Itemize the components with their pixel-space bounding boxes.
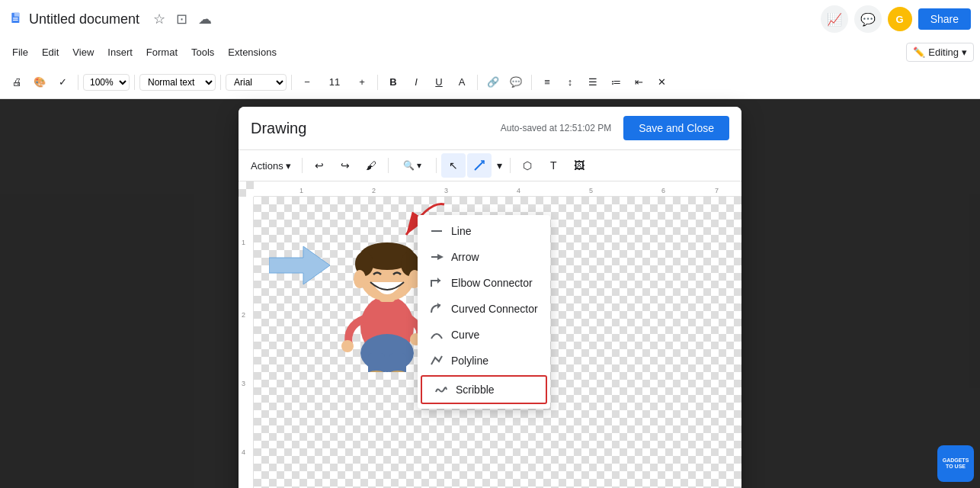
editing-mode-selector[interactable]: ✏️ Editing ▾: [906, 43, 974, 62]
svg-rect-1: [14, 13, 20, 17]
scribble-option[interactable]: Scribble: [422, 377, 546, 403]
history-icon[interactable]: 📈: [821, 5, 848, 33]
menu-insert[interactable]: Insert: [101, 43, 139, 61]
separator: [78, 75, 78, 90]
redo-btn[interactable]: ↪: [333, 153, 357, 178]
shape-tool-btn[interactable]: ⬡: [515, 153, 540, 178]
menu-tools[interactable]: Tools: [185, 43, 220, 61]
svg-rect-2: [13, 18, 18, 18]
save-close-button[interactable]: Save and Close: [623, 116, 729, 140]
modal-overlay: Drawing Auto-saved at 12:51:02 PM Save a…: [0, 99, 980, 488]
svg-marker-25: [437, 278, 440, 284]
italic-btn[interactable]: I: [405, 72, 427, 93]
arrow-option[interactable]: Arrow: [418, 244, 550, 270]
font-increase-btn[interactable]: +: [351, 72, 373, 93]
clear-formatting-btn[interactable]: ✕: [651, 72, 672, 93]
ruler-horizontal: 1 2 3 4 5 6 7: [254, 181, 741, 197]
actions-button[interactable]: Actions ▾: [245, 157, 297, 175]
curved-connector-option[interactable]: Curved Connector: [418, 296, 550, 322]
menu-bar: File Edit View Insert Format Tools Exten…: [0, 38, 980, 66]
curve-option[interactable]: Curve: [418, 322, 550, 348]
separator: [388, 158, 389, 173]
zoom-drawing-btn[interactable]: 🔍 ▾: [393, 153, 431, 178]
save-icon[interactable]: ⊡: [173, 9, 191, 29]
indent-decrease-btn[interactable]: ⇤: [628, 72, 649, 93]
underline-btn[interactable]: U: [428, 72, 450, 93]
menu-extensions[interactable]: Extensions: [222, 43, 283, 61]
star-icon[interactable]: ☆: [150, 9, 168, 29]
curve-label: Curve: [451, 329, 479, 341]
drawing-title: Drawing: [251, 120, 306, 137]
blue-arrow-shape: [269, 242, 330, 288]
separator: [531, 75, 532, 90]
line-dropdown-btn[interactable]: ▾: [493, 153, 505, 178]
line-dropdown-menu: Line Arrow: [418, 215, 550, 409]
curved-connector-icon: [430, 302, 444, 316]
comment-icon[interactable]: 💬: [854, 5, 882, 33]
line-option[interactable]: Line: [418, 218, 550, 244]
share-button[interactable]: Share: [918, 8, 971, 30]
print-btn[interactable]: 🖨: [6, 72, 27, 93]
document-title[interactable]: Untitled document: [29, 11, 139, 27]
watermark: GADGETSTO USE: [937, 445, 974, 482]
color-btn[interactable]: A: [451, 72, 472, 93]
menu-edit[interactable]: Edit: [36, 43, 65, 61]
polyline-label: Polyline: [451, 355, 488, 367]
menu-file[interactable]: File: [6, 43, 34, 61]
autosave-text: Auto-saved at 12:51:02 PM: [501, 123, 611, 133]
scribble-label: Scribble: [456, 384, 495, 396]
list-btn[interactable]: ☰: [582, 72, 604, 93]
numbered-list-btn[interactable]: ≔: [605, 72, 626, 93]
comment-toolbar-btn[interactable]: 💬: [505, 72, 527, 93]
svg-marker-24: [437, 254, 444, 260]
account-avatar[interactable]: G: [888, 7, 912, 31]
title-bar: Untitled document ☆ ⊡ ☁ 📈 💬 G Share: [0, 0, 980, 38]
style-selector[interactable]: Normal text: [139, 74, 216, 91]
drawing-dialog: Drawing Auto-saved at 12:51:02 PM Save a…: [239, 107, 741, 488]
drawing-canvas[interactable]: 1 2 3 4 5 6 7 1 2 3 4 5: [239, 181, 741, 488]
polyline-option[interactable]: Polyline: [418, 348, 550, 374]
actions-label: Actions ▾: [251, 160, 291, 172]
zoom-selector[interactable]: 100%: [83, 74, 130, 91]
svg-rect-3: [13, 20, 18, 21]
select-tool-btn[interactable]: ↖: [441, 153, 466, 178]
font-size-btn[interactable]: 11: [319, 72, 350, 93]
scribble-highlight-box: Scribble: [421, 375, 547, 404]
docs-icon: [9, 11, 24, 27]
line-spacing-btn[interactable]: ↕: [559, 72, 581, 93]
separator: [291, 75, 292, 90]
arrow-icon: [430, 250, 444, 264]
separator: [510, 158, 511, 173]
svg-marker-5: [269, 246, 330, 284]
menu-format[interactable]: Format: [140, 43, 184, 61]
arrow-label: Arrow: [451, 251, 479, 263]
main-toolbar: 🖨 🎨 ✓ 100% Normal text Arial − 11 + B I …: [0, 66, 980, 99]
separator: [220, 75, 221, 90]
spellcheck-btn[interactable]: ✓: [52, 72, 73, 93]
link-btn[interactable]: 🔗: [482, 72, 504, 93]
separator: [477, 75, 478, 90]
undo-btn[interactable]: ↩: [307, 153, 331, 178]
font-decrease-btn[interactable]: −: [296, 72, 318, 93]
separator: [302, 158, 303, 173]
align-left-btn[interactable]: ≡: [536, 72, 558, 93]
image-tool-btn[interactable]: 🖼: [567, 153, 591, 178]
elbow-connector-icon: [430, 276, 444, 290]
line-tool-btn[interactable]: [467, 153, 492, 178]
separator: [134, 75, 135, 90]
elbow-connector-option[interactable]: Elbow Connector: [418, 270, 550, 296]
cloud-icon[interactable]: ☁: [195, 9, 215, 29]
top-bars: Untitled document ☆ ⊡ ☁ 📈 💬 G Share File…: [0, 0, 980, 99]
line-label: Line: [451, 225, 471, 237]
paint-format-btn[interactable]: 🖌: [359, 153, 383, 178]
drawing-toolbar: Actions ▾ ↩ ↪ 🖌 🔍 ▾ ↖ ▾ ⬡ T 🖼: [239, 150, 741, 181]
menu-view[interactable]: View: [66, 43, 100, 61]
svg-point-19: [354, 270, 366, 288]
polyline-icon: [430, 354, 444, 368]
bold-btn[interactable]: B: [383, 72, 404, 93]
paintformat-btn[interactable]: 🎨: [29, 72, 50, 93]
drawing-header: Drawing Auto-saved at 12:51:02 PM Save a…: [239, 107, 741, 150]
separator: [436, 158, 437, 173]
text-tool-btn[interactable]: T: [541, 153, 565, 178]
font-selector[interactable]: Arial: [226, 74, 287, 91]
